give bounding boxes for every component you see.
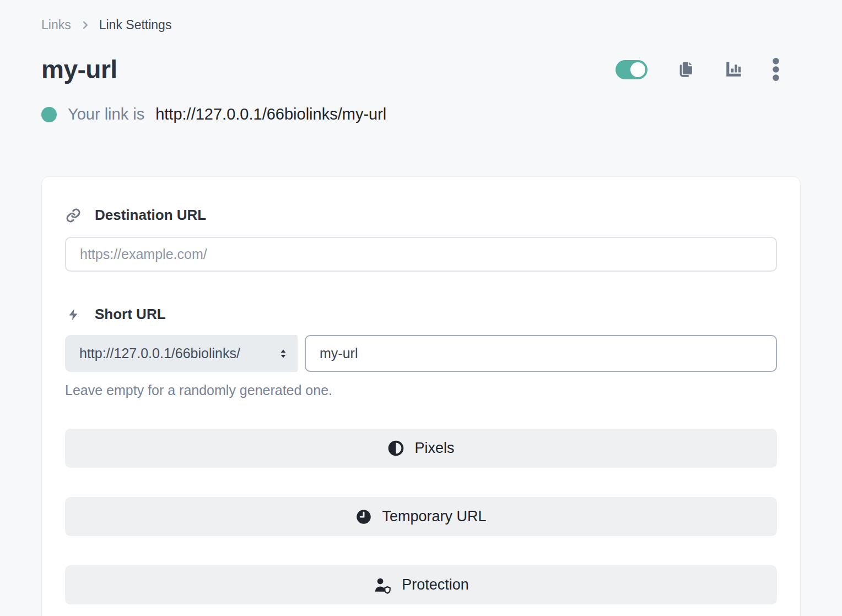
page-title: my-url bbox=[41, 55, 117, 84]
more-options-button[interactable] bbox=[772, 57, 780, 82]
domain-select[interactable]: http://127.0.0.1/66biolinks/ bbox=[65, 335, 298, 372]
link-icon bbox=[65, 208, 82, 223]
user-shield-icon bbox=[373, 576, 392, 594]
link-status-line: Your link is http://127.0.0.1/66biolinks… bbox=[41, 105, 801, 123]
short-url-label-text: Short URL bbox=[95, 306, 166, 323]
short-url-slug-input[interactable] bbox=[305, 335, 777, 372]
temporary-url-button-label: Temporary URL bbox=[382, 508, 486, 525]
protection-button-label: Protection bbox=[402, 576, 469, 593]
link-settings-card: Destination URL Short URL http://127.0.0… bbox=[41, 176, 801, 616]
destination-url-label-text: Destination URL bbox=[95, 207, 206, 224]
breadcrumb-current: Link Settings bbox=[99, 18, 172, 33]
link-enabled-toggle[interactable] bbox=[616, 60, 647, 79]
chevron-right-icon bbox=[80, 20, 90, 30]
up-down-arrows-icon bbox=[277, 347, 290, 361]
destination-url-label: Destination URL bbox=[65, 207, 777, 224]
status-url: http://127.0.0.1/66biolinks/my-url bbox=[155, 105, 386, 123]
header-controls bbox=[616, 57, 780, 82]
pixels-section-button[interactable]: Pixels bbox=[65, 429, 777, 468]
status-dot-icon bbox=[41, 107, 57, 122]
section-buttons: Pixels Temporary URL bbox=[65, 429, 777, 604]
short-url-label: Short URL bbox=[65, 306, 777, 323]
contrast-icon bbox=[387, 440, 404, 457]
temporary-url-section-button[interactable]: Temporary URL bbox=[65, 497, 777, 536]
destination-url-input[interactable] bbox=[65, 237, 777, 272]
breadcrumb: Links Link Settings bbox=[41, 18, 801, 33]
status-label: Your link is bbox=[68, 105, 144, 123]
breadcrumb-links[interactable]: Links bbox=[41, 18, 71, 33]
clock-icon bbox=[355, 509, 372, 525]
short-url-help-text: Leave empty for a randomly generated one… bbox=[65, 382, 777, 398]
statistics-button[interactable] bbox=[724, 60, 743, 79]
copy-link-button[interactable] bbox=[676, 60, 695, 79]
short-url-row: http://127.0.0.1/66biolinks/ bbox=[65, 335, 777, 372]
copy-icon bbox=[676, 60, 695, 79]
bar-chart-icon bbox=[724, 60, 743, 79]
pixels-button-label: Pixels bbox=[414, 440, 454, 457]
kebab-menu-icon bbox=[772, 57, 780, 82]
bolt-icon bbox=[65, 307, 82, 322]
protection-section-button[interactable]: Protection bbox=[65, 565, 777, 604]
link-settings-page: Links Link Settings my-url bbox=[0, 0, 842, 616]
header-row: my-url bbox=[41, 55, 801, 84]
toggle-knob bbox=[630, 62, 645, 77]
domain-select-value: http://127.0.0.1/66biolinks/ bbox=[79, 345, 240, 361]
